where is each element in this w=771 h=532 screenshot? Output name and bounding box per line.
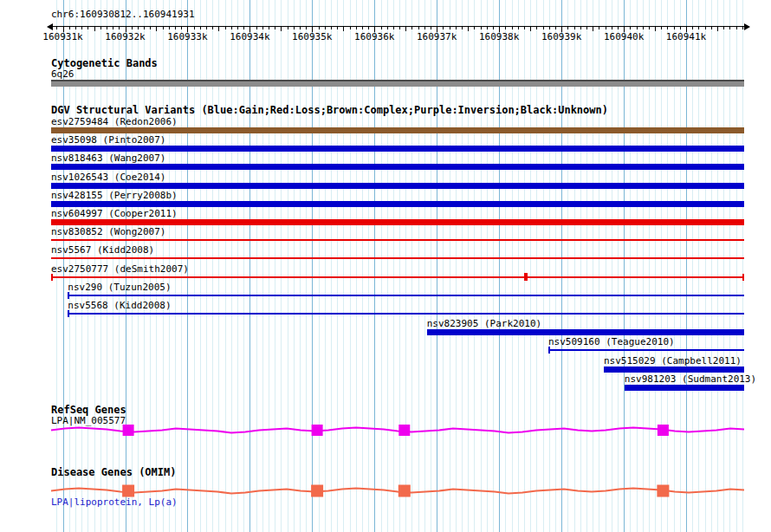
- ruler-tick: [705, 27, 706, 29]
- ruler-tick: [405, 27, 406, 31]
- variant-label[interactable]: esv2750777 (deSmith2007): [51, 263, 189, 275]
- ruler-tick-label: 160936k: [350, 31, 398, 42]
- ruler-tick: [237, 27, 238, 29]
- ruler-tick: [163, 27, 164, 29]
- ruler-tick: [381, 27, 382, 29]
- variant-label[interactable]: esv35098 (Pinto2007): [51, 134, 165, 146]
- ruler-tick: [661, 27, 662, 29]
- ruler-tick: [356, 27, 357, 29]
- ruler-tick: [243, 27, 244, 29]
- ruler-tick: [736, 27, 737, 29]
- ruler-tick: [399, 27, 400, 29]
- variant-label[interactable]: nsv981203 (Sudmant2013): [625, 373, 756, 385]
- ruler-tick: [637, 27, 638, 29]
- variant-bar[interactable]: [68, 313, 744, 315]
- variant-label[interactable]: nsv5568 (Kidd2008): [68, 300, 171, 311]
- ruler-tick: [674, 27, 675, 29]
- variant-bar[interactable]: [51, 257, 744, 259]
- ruler-tick: [225, 27, 226, 29]
- ruler-tick: [555, 27, 556, 29]
- variant-bar[interactable]: [548, 349, 744, 351]
- ruler-tick: [150, 27, 151, 29]
- ruler-tick: [175, 27, 176, 29]
- variant-bar[interactable]: [51, 146, 744, 152]
- dgv-track-title: DGV Structural Variants (Blue:Gain;Red:L…: [51, 104, 608, 116]
- variant-label[interactable]: nsv1026543 (Coe2014): [51, 172, 165, 183]
- ruler-tick-label: 160941k: [662, 31, 710, 42]
- ruler-tick: [643, 27, 644, 29]
- region-title: chr6:160930812..160941931: [51, 9, 195, 20]
- ruler-tick: [94, 27, 95, 31]
- ruler-tick-label: 160935k: [288, 31, 336, 42]
- ruler-tick: [288, 27, 288, 29]
- variant-bar[interactable]: [51, 276, 744, 278]
- ruler-tick: [580, 27, 581, 29]
- ruler-tick: [692, 27, 693, 29]
- ruler-tick: [493, 27, 494, 29]
- ruler-tick-label: 160933k: [163, 31, 211, 42]
- variant-bar[interactable]: [68, 295, 744, 296]
- ruler-tick-label: 160940k: [599, 31, 648, 42]
- ruler-tick: [599, 27, 599, 29]
- cytoband-name: 6q26: [51, 68, 75, 80]
- ruler-tick: [618, 27, 619, 29]
- ruler-tick: [593, 27, 593, 31]
- ruler-tick: [119, 27, 120, 29]
- variant-bar[interactable]: [51, 127, 744, 133]
- ruler-tick-label: 160939k: [537, 31, 586, 42]
- ruler-tick: [69, 27, 70, 29]
- cytoband-bar[interactable]: [51, 80, 744, 87]
- ruler-tick: [431, 27, 431, 29]
- ruler-tick: [218, 27, 219, 31]
- variant-label[interactable]: nsv509160 (Teague2010): [548, 336, 675, 347]
- ruler-tick: [350, 27, 351, 29]
- ruler-tick: [474, 27, 475, 29]
- ruler-tick: [319, 27, 320, 29]
- variant-bar[interactable]: [427, 329, 744, 335]
- variant-label[interactable]: nsv5567 (Kidd2008): [51, 244, 154, 256]
- ruler-tick: [512, 27, 513, 29]
- ruler-tick: [606, 27, 606, 29]
- variant-label[interactable]: nsv604997 (Cooper2011): [51, 208, 178, 219]
- variant-end-tick: [742, 274, 744, 281]
- ruler-tick: [567, 27, 568, 29]
- ruler-tick: [612, 27, 612, 29]
- ruler-tick-label: 160938k: [475, 31, 523, 42]
- ruler-tick: [107, 27, 107, 29]
- ruler-tick: [81, 27, 82, 29]
- ruler-tick: [505, 27, 506, 29]
- variant-label[interactable]: nsv830852 (Wong2007): [51, 226, 165, 237]
- variant-bar[interactable]: [51, 239, 744, 241]
- variant-label[interactable]: nsv823905 (Park2010): [427, 318, 541, 329]
- ruler-tick-label: 160934k: [225, 31, 274, 42]
- ruler-tick: [481, 27, 482, 29]
- variant-bar[interactable]: [51, 219, 744, 225]
- ruler-tick: [294, 27, 295, 29]
- variant-label[interactable]: esv2759484 (Redon2006): [51, 116, 178, 127]
- variant-bar[interactable]: [51, 183, 744, 189]
- ruler-tick: [462, 27, 463, 29]
- variant-end-tick: [51, 274, 53, 281]
- variant-label[interactable]: nsv818463 (Wang2007): [51, 152, 165, 164]
- variant-bar[interactable]: [51, 164, 744, 170]
- ruler-tick: [424, 27, 425, 29]
- ruler-tick: [667, 27, 668, 29]
- variant-label[interactable]: nsv515029 (Campbell2011): [604, 355, 742, 367]
- ruler-tick: [630, 27, 631, 29]
- ruler-tick: [156, 27, 157, 31]
- variant-label[interactable]: nsv428155 (Perry2008b): [51, 190, 178, 201]
- ruler-tick: [742, 27, 743, 29]
- ruler-tick: [711, 27, 712, 29]
- ruler-tick: [680, 27, 681, 29]
- variant-label[interactable]: nsv290 (Tuzun2005): [68, 282, 171, 293]
- variant-bar[interactable]: [625, 385, 744, 391]
- ruler-tick: [325, 27, 326, 29]
- variant-bar[interactable]: [51, 201, 744, 207]
- ruler-tick: [113, 27, 113, 29]
- cytoband-track-title: Cytogenetic Bands: [51, 57, 158, 69]
- ruler-tick: [586, 27, 587, 29]
- ruler-tick: [723, 27, 724, 29]
- ruler-tick: [331, 27, 332, 29]
- variant-bar[interactable]: [604, 367, 744, 373]
- variant-end-tick: [68, 310, 69, 317]
